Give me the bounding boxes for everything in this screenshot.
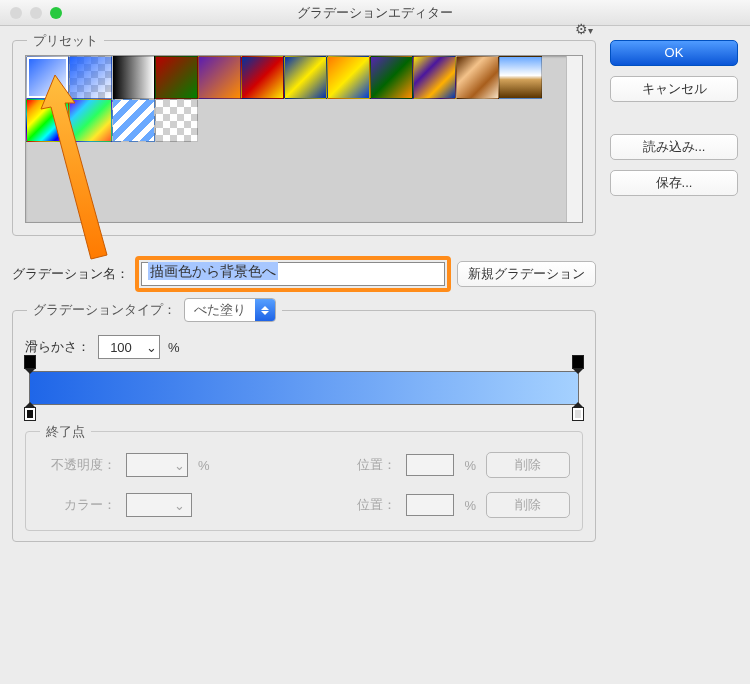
- smoothness-value: 100: [99, 340, 143, 355]
- preset-swatch[interactable]: [499, 56, 542, 99]
- preset-swatch[interactable]: [327, 56, 370, 99]
- ok-button[interactable]: OK: [610, 40, 738, 66]
- presets-legend: プリセット: [27, 32, 104, 50]
- percent-sign: %: [464, 498, 476, 513]
- chevron-updown-icon: [255, 299, 275, 321]
- gradient-type-value: べた塗り: [185, 301, 255, 319]
- presets-options-menu[interactable]: ⚙▾: [575, 21, 593, 37]
- cancel-button[interactable]: キャンセル: [610, 76, 738, 102]
- color-stop-right[interactable]: [572, 407, 584, 421]
- gradient-name-input[interactable]: 描画色から背景色へ: [141, 262, 445, 286]
- color-position-input: [406, 494, 454, 516]
- opacity-delete-button: 削除: [486, 452, 570, 478]
- position-label: 位置：: [350, 496, 396, 514]
- gradient-type-fieldset: グラデーションタイプ： べた塗り 滑らかさ： 100 ⌄ %: [12, 310, 596, 542]
- smoothness-input[interactable]: 100 ⌄: [98, 335, 160, 359]
- gradient-type-label: グラデーションタイプ：: [33, 301, 176, 319]
- color-stop-left[interactable]: [24, 407, 36, 421]
- preset-swatch[interactable]: [69, 99, 112, 142]
- preset-swatch[interactable]: [155, 56, 198, 99]
- gear-icon: ⚙: [575, 21, 588, 37]
- preset-swatch[interactable]: [198, 56, 241, 99]
- chevron-down-icon: ⌄: [143, 340, 159, 355]
- preset-swatch[interactable]: [26, 99, 69, 142]
- opacity-stop-right[interactable]: [572, 355, 584, 369]
- preset-swatch[interactable]: [241, 56, 284, 99]
- preset-swatch[interactable]: [456, 56, 499, 99]
- gradient-name-value: 描画色から背景色へ: [148, 262, 278, 280]
- gradient-preview: [29, 371, 579, 405]
- chevron-down-icon: ⌄: [171, 498, 187, 513]
- save-button[interactable]: 保存...: [610, 170, 738, 196]
- titlebar: グラデーションエディター: [0, 0, 750, 26]
- opacity-position-input: [406, 454, 454, 476]
- window-title: グラデーションエディター: [0, 4, 750, 22]
- preset-swatch[interactable]: [112, 99, 155, 142]
- minimize-window-icon[interactable]: [30, 7, 42, 19]
- color-label: カラー：: [38, 496, 116, 514]
- smoothness-label: 滑らかさ：: [25, 338, 90, 356]
- opacity-label: 不透明度：: [38, 456, 116, 474]
- traffic-lights: [0, 7, 62, 19]
- percent-sign: %: [464, 458, 476, 473]
- presets-grid: [25, 55, 583, 223]
- stops-legend: 終了点: [40, 423, 91, 441]
- close-window-icon[interactable]: [10, 7, 22, 19]
- color-input: ⌄: [126, 493, 192, 517]
- percent-sign: %: [198, 458, 210, 473]
- opacity-stop-left[interactable]: [24, 355, 36, 369]
- gradient-bar[interactable]: [29, 371, 579, 405]
- presets-scrollbar[interactable]: [566, 56, 582, 222]
- gradient-type-select[interactable]: べた塗り: [184, 298, 276, 322]
- gradient-type-legend-row: グラデーションタイプ： べた塗り: [27, 298, 282, 322]
- preset-swatch[interactable]: [155, 99, 198, 142]
- color-delete-button: 削除: [486, 492, 570, 518]
- preset-swatch[interactable]: [413, 56, 456, 99]
- position-label: 位置：: [350, 456, 396, 474]
- preset-swatch[interactable]: [370, 56, 413, 99]
- zoom-window-icon[interactable]: [50, 7, 62, 19]
- load-button[interactable]: 読み込み...: [610, 134, 738, 160]
- new-gradient-button[interactable]: 新規グラデーション: [457, 261, 596, 287]
- percent-sign: %: [168, 340, 180, 355]
- presets-fieldset: プリセット ⚙▾: [12, 40, 596, 236]
- stops-fieldset: 終了点 不透明度： ⌄ % 位置： % 削除: [25, 431, 583, 531]
- preset-swatch[interactable]: [69, 56, 112, 99]
- gradient-name-label: グラデーション名：: [12, 265, 129, 283]
- annotation-highlight: 描画色から背景色へ: [135, 256, 451, 292]
- preset-swatch[interactable]: [112, 56, 155, 99]
- chevron-down-icon: ▾: [588, 25, 593, 36]
- preset-swatch[interactable]: [284, 56, 327, 99]
- opacity-input: ⌄: [126, 453, 188, 477]
- chevron-down-icon: ⌄: [171, 458, 187, 473]
- preset-swatch[interactable]: [26, 56, 69, 99]
